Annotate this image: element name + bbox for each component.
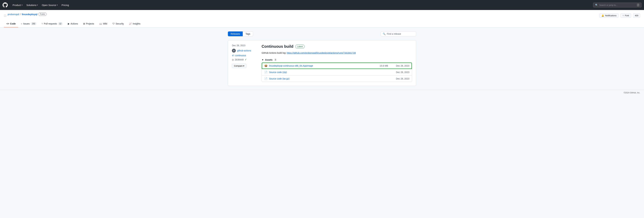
tab-security[interactable]: 🛡 Security [110,20,126,28]
release-tag-name: continuous [235,54,246,57]
release-description-prefix: GitHub Actions build log: [262,52,287,54]
tab-projects-label: Projects [86,22,94,25]
breadcrumb-repo[interactable]: linuxdeployqt [22,13,38,16]
asset-name[interactable]: Source code (zip) [269,71,388,74]
search-placeholder: Search or jump to... [599,4,618,6]
tab-issues-label: Issues [23,22,30,25]
code-icon: <> [6,22,9,25]
repo-tabs: <> Code ○ Issues 192 ⑂ Pull requests 12 … [4,20,640,28]
nav-open-source-label: Open Source [42,4,56,6]
assets-header[interactable]: ▼ Assets 3 [262,58,412,61]
notifications-button[interactable]: 🔔 Notifications [599,14,618,18]
issues-count: 192 [30,22,36,25]
top-nav-links: Product ▾ Solutions ▾ Open Source ▾ Pric… [11,3,70,8]
nav-product-label: Product [12,4,21,6]
asset-date: Dec 28, 2023 [393,71,409,74]
avatar: ⚙ [232,49,236,52]
pr-count: 12 [58,22,62,25]
tab-code-label: Code [10,22,16,25]
release-author: ⚙ github-actions [232,49,258,52]
fork-button[interactable]: ⑂ Fork [620,14,631,18]
breadcrumb: probonopd / linuxdeployqt Public [8,12,46,16]
release-sidebar: Dec 28, 2023 ⚙ github-actions 🏷 continuo… [232,44,258,82]
tag-icon: 🏷 [232,54,234,57]
github-logo[interactable] [2,2,8,8]
releases-tabs: Releases Tags [228,32,253,36]
release-card: Dec 28, 2023 ⚙ github-actions 🏷 continuo… [228,40,416,86]
main-content: Releases Tags 🔍 Find a release Dec 28, 2… [225,28,419,90]
open-source-chevron-icon: ▾ [57,4,58,6]
security-icon: 🛡 [112,22,115,25]
asset-file-icon: 📄 [264,77,268,80]
search-bar[interactable]: 🔍 Search or jump to... / [593,2,642,8]
asset-row: 📄Source code (tar.gz)Dec 28, 2023 [262,76,412,82]
compare-button[interactable]: Compare ▾ [232,64,246,68]
nav-pricing[interactable]: Pricing [60,3,70,8]
nav-product[interactable]: Product ▾ [11,3,24,8]
asset-size: 15.6 MB [380,64,388,67]
tab-pr-label: Pull requests [44,22,57,25]
release-main: Continuous build Latest GitHub Actions b… [262,44,412,82]
assets-table: 📦linuxdeployqt-continuous-x86_64.AppImag… [262,62,412,82]
compare-label: Compare [234,65,242,67]
asset-file-icon: 📦 [264,64,268,67]
tab-wiki[interactable]: 📖 Wiki [97,20,110,28]
nav-solutions[interactable]: Solutions ▾ [25,3,40,8]
asset-date: Dec 28, 2023 [393,64,409,67]
asset-row: 📦linuxdeployqt-continuous-x86_64.AppImag… [262,62,412,69]
assets-label: Assets [265,58,272,61]
assets-count: 3 [274,58,277,61]
asset-row: 📄Source code (zip)Dec 28, 2023 [262,69,412,76]
tab-pull-requests[interactable]: ⑂ Pull requests 12 [39,20,65,28]
tab-actions-label: Actions [70,22,78,25]
projects-icon: ⊞ [83,22,85,25]
search-shortcut: / [637,4,639,6]
find-release-search-icon: 🔍 [383,32,386,35]
compare-chevron-icon: ▾ [243,65,244,67]
product-chevron-icon: ▾ [22,4,22,6]
search-icon: 🔍 [595,4,598,6]
build-log-link[interactable]: https://github.com/probonopd/linuxdeploy… [287,52,356,54]
find-release-input[interactable]: 🔍 Find a release [381,32,416,36]
breadcrumb-slash: / [20,13,21,16]
fork-count: 400 [633,14,640,18]
tab-code[interactable]: <> Code [4,20,18,28]
actions-icon: ▶ [68,22,70,25]
repo-header: ⬚ probonopd / linuxdeployqt Public 🔔 Not… [0,10,644,28]
asset-file-icon: 📄 [264,70,268,74]
tags-tab-button[interactable]: Tags [243,32,253,36]
commit-icon: ◎ [232,58,234,61]
chevron-down-icon: ▼ [262,58,264,61]
latest-badge: Latest [295,45,304,48]
solutions-chevron-icon: ▾ [37,4,38,6]
releases-tab-button[interactable]: Releases [228,32,243,36]
breadcrumb-owner[interactable]: probonopd [8,13,19,16]
tab-projects[interactable]: ⊞ Projects [80,20,97,28]
nav-open-source[interactable]: Open Source ▾ [40,3,59,8]
asset-date: Dec 28, 2023 [393,78,409,80]
fork-icon: ⑂ [622,14,624,17]
release-title-row: Continuous build Latest [262,44,412,49]
asset-name[interactable]: linuxdeployqt-continuous-x86_64.AppImage [269,64,380,67]
tab-issues[interactable]: ○ Issues 192 [18,20,39,28]
find-release-placeholder: Find a release [387,32,401,35]
releases-toolbar: Releases Tags 🔍 Find a release [228,32,416,36]
release-tag: 🏷 continuous [232,54,258,57]
pr-icon: ⑂ [42,22,43,25]
tab-actions[interactable]: ▶ Actions [65,20,80,28]
notifications-label: Notifications [605,14,616,17]
nav-pricing-label: Pricing [62,4,69,6]
nav-solutions-label: Solutions [26,4,36,6]
release-date: Dec 28, 2023 [232,44,258,47]
issues-icon: ○ [21,22,22,25]
footer-text: ©2024 GitHub, Inc. [624,92,640,94]
repo-actions: 🔔 Notifications ⑂ Fork 400 [599,14,640,18]
release-author-name[interactable]: github-actions [237,49,251,52]
public-badge: Public [38,12,46,16]
bell-icon: 🔔 [602,14,604,17]
fork-label: Fork [625,14,629,17]
asset-name[interactable]: Source code (tar.gz) [269,78,388,80]
tab-insights[interactable]: 📈 Insights [126,20,143,28]
check-icon: ✓ [245,58,247,61]
tab-insights-label: Insights [133,22,140,25]
